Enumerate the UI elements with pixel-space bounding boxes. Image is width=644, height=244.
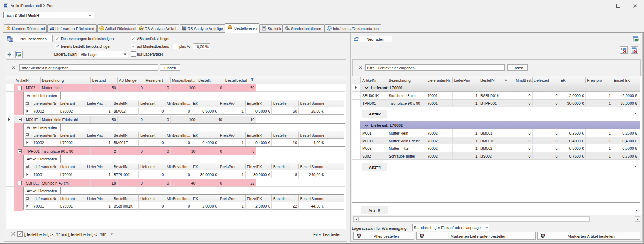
svg-text:?: ? [328, 27, 330, 30]
